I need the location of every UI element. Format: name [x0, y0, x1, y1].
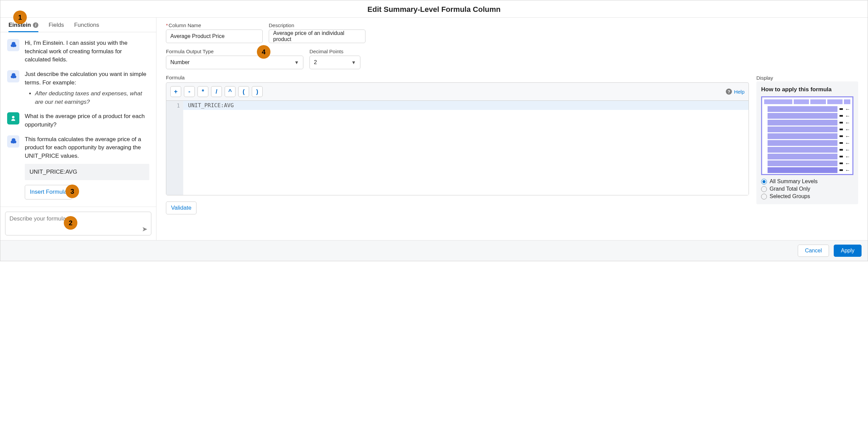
- dialog-edit-summary-formula: 1 2 3 4 Edit Summary-Level Formula Colum…: [0, 0, 868, 261]
- help-link[interactable]: ? Help: [726, 89, 744, 95]
- arrow-left-icon: ←: [845, 154, 850, 159]
- diagram-row: ←: [768, 160, 850, 166]
- display-heading: How to apply this formula: [761, 86, 853, 93]
- diagram-row: ←: [768, 106, 850, 112]
- arrow-left-icon: ←: [845, 140, 850, 146]
- diagram-row: ←: [768, 154, 850, 159]
- column-name-label-text: Column Name: [169, 22, 201, 28]
- decimal-points-select[interactable]: 2 ▼: [309, 56, 360, 69]
- callout-4: 4: [257, 45, 270, 59]
- arrow-left-icon: ←: [845, 168, 850, 173]
- display-options: All Summary Levels Grand Total Only Sele…: [761, 178, 853, 199]
- insert-formula-button[interactable]: Insert Formula: [25, 185, 72, 199]
- column-name-input[interactable]: Average Product Price: [166, 30, 263, 43]
- callout-2: 2: [64, 216, 77, 230]
- op-lparen[interactable]: (: [238, 86, 249, 97]
- user-avatar: [7, 112, 19, 124]
- radio-label: All Summary Levels: [770, 178, 817, 185]
- diagram-row: ←: [768, 127, 850, 132]
- user-icon: [10, 115, 17, 122]
- diagram-row: ←: [768, 120, 850, 126]
- decimal-points-value: 2: [314, 59, 317, 65]
- display-box: How to apply this formula ← ←: [756, 81, 858, 204]
- tab-fields[interactable]: Fields: [49, 18, 64, 32]
- einstein-icon: [10, 138, 17, 145]
- radio-all-summary-levels[interactable]: All Summary Levels: [761, 178, 853, 185]
- generated-formula: UNIT_PRICE:AVG: [25, 164, 149, 180]
- op-multiply[interactable]: *: [197, 86, 208, 97]
- formula-editor[interactable]: 1 UNIT_PRICE:AVG: [166, 100, 749, 195]
- chat-message: Just describe the calculation you want i…: [7, 70, 149, 107]
- chat-text: Hi, I'm Einstein. I can assist you with …: [25, 39, 149, 64]
- arrow-left-icon: ←: [845, 120, 850, 126]
- diagram-row: ←: [768, 140, 850, 146]
- dialog-title: Edit Summary-Level Formula Column: [0, 0, 868, 18]
- einstein-avatar: [7, 39, 19, 51]
- op-rparen[interactable]: ): [252, 86, 263, 97]
- display-diagram: ← ← ← ← ← ← ← ← ← ←: [761, 96, 853, 175]
- callout-1: 1: [13, 11, 27, 24]
- tab-functions[interactable]: Functions: [74, 18, 99, 32]
- radio-selected-groups[interactable]: Selected Groups: [761, 193, 853, 199]
- chat-text-body: This formula calculates the average pric…: [25, 136, 141, 159]
- apply-button[interactable]: Apply: [834, 245, 862, 257]
- arrow-left-icon: ←: [845, 147, 850, 153]
- arrow-left-icon: ←: [845, 161, 850, 166]
- dialog-footer: Cancel Apply: [0, 240, 868, 261]
- diagram-row: ←: [768, 167, 850, 173]
- chevron-down-icon: ▼: [294, 60, 299, 65]
- help-icon: ?: [726, 89, 732, 95]
- einstein-icon: [10, 41, 17, 49]
- info-icon: i: [33, 22, 38, 28]
- op-divide[interactable]: /: [211, 86, 222, 97]
- radio-label: Selected Groups: [770, 193, 810, 199]
- arrow-left-icon: ←: [845, 134, 850, 139]
- validate-button[interactable]: Validate: [166, 202, 196, 214]
- arrow-left-icon: ←: [845, 107, 850, 112]
- chat-text-example: After deducting taxes and expenses, what…: [35, 90, 149, 106]
- callout-3: 3: [65, 185, 79, 198]
- diagram-row: ←: [768, 113, 850, 119]
- radio-label: Grand Total Only: [770, 186, 810, 192]
- arrow-left-icon: ←: [845, 127, 850, 132]
- formula-toolbar: + - * / ^ ( ) ? Help: [166, 82, 749, 100]
- chat-text: What is the average price of a product f…: [25, 112, 149, 129]
- radio-grand-total-only[interactable]: Grand Total Only: [761, 186, 853, 192]
- einstein-icon: [10, 73, 17, 80]
- radio-icon: [761, 194, 767, 199]
- left-panel: Einstein i Fields Functions Hi, I'm Eins…: [0, 18, 156, 240]
- prompt-placeholder: Describe your formula...: [10, 215, 71, 222]
- editor-code[interactable]: UNIT_PRICE:AVG: [183, 101, 749, 195]
- description-label: Description: [269, 22, 365, 28]
- chat-thread: Hi, I'm Einstein. I can assist you with …: [0, 32, 156, 207]
- send-icon[interactable]: ➤: [142, 225, 148, 233]
- help-label: Help: [734, 89, 744, 95]
- op-power[interactable]: ^: [225, 86, 235, 97]
- chat-text: Just describe the calculation you want i…: [25, 70, 149, 107]
- column-name-label: *Column Name: [166, 22, 263, 28]
- editor-line: UNIT_PRICE:AVG: [183, 101, 749, 110]
- op-plus[interactable]: +: [170, 86, 181, 97]
- chat-message: Hi, I'm Einstein. I can assist you with …: [7, 39, 149, 64]
- description-input[interactable]: Average price of an individual product: [269, 30, 365, 43]
- chat-text: This formula calculates the average pric…: [25, 135, 149, 199]
- output-type-select[interactable]: Number ▼: [166, 56, 303, 69]
- chevron-down-icon: ▼: [351, 60, 356, 65]
- diagram-row: ←: [768, 147, 850, 153]
- prompt-input[interactable]: Describe your formula... ➤: [5, 212, 151, 235]
- cancel-button[interactable]: Cancel: [798, 245, 829, 257]
- chat-message: What is the average price of a product f…: [7, 112, 149, 129]
- diagram-row: ←: [768, 133, 850, 139]
- output-type-value: Number: [170, 59, 190, 65]
- decimal-points-label: Decimal Points: [309, 49, 360, 54]
- einstein-avatar: [7, 70, 19, 82]
- composer: Describe your formula... ➤: [0, 207, 156, 240]
- op-minus[interactable]: -: [184, 86, 195, 97]
- radio-icon: [761, 186, 767, 192]
- output-type-label: Formula Output Type: [166, 49, 303, 54]
- formula-section-label: Formula: [166, 75, 749, 80]
- editor-gutter: 1: [166, 101, 183, 195]
- display-section-label: Display: [756, 75, 773, 81]
- einstein-avatar: [7, 135, 19, 148]
- chat-text-lead: Just describe the calculation you want i…: [25, 71, 146, 86]
